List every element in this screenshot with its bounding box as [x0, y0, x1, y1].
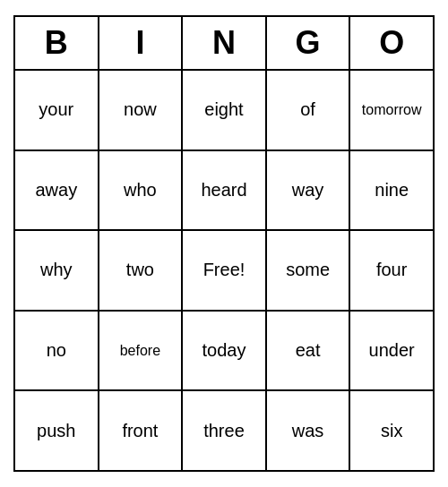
bingo-cell: under	[350, 312, 433, 390]
header-letter: I	[99, 17, 184, 69]
bingo-cell: was	[267, 391, 351, 470]
bingo-row: nobeforetodayeatunder	[15, 312, 433, 392]
bingo-cell: nine	[350, 151, 433, 230]
bingo-cell: away	[15, 151, 99, 230]
bingo-cell: way	[267, 151, 351, 230]
bingo-row: pushfrontthreewassix	[15, 391, 433, 470]
bingo-cell: no	[15, 312, 99, 390]
header-letter: G	[267, 17, 351, 69]
bingo-row: whytwoFree!somefour	[15, 231, 433, 312]
bingo-cell: of	[267, 71, 351, 150]
header-letter: B	[15, 17, 99, 69]
header-letter: O	[350, 17, 433, 69]
bingo-cell: four	[350, 231, 433, 310]
bingo-cell: why	[15, 231, 99, 310]
bingo-cell: your	[15, 71, 99, 150]
bingo-body: yournoweightoftomorrowawaywhoheardwaynin…	[15, 71, 433, 470]
bingo-cell: now	[99, 71, 184, 150]
bingo-cell: who	[99, 151, 184, 230]
bingo-cell: before	[99, 312, 184, 390]
bingo-cell: eight	[183, 71, 267, 150]
bingo-cell: eat	[267, 312, 351, 390]
bingo-header: BINGO	[15, 17, 433, 71]
bingo-cell: push	[15, 391, 99, 470]
bingo-cell: six	[350, 391, 433, 470]
bingo-card: BINGO yournoweightoftomorrowawaywhoheard…	[13, 15, 435, 472]
bingo-cell: Free!	[183, 231, 267, 310]
bingo-cell: three	[183, 391, 267, 470]
bingo-cell: tomorrow	[350, 71, 433, 150]
bingo-cell: some	[267, 231, 351, 310]
bingo-cell: front	[99, 391, 184, 470]
bingo-row: awaywhoheardwaynine	[15, 151, 433, 232]
bingo-cell: heard	[183, 151, 267, 230]
bingo-cell: two	[99, 231, 184, 310]
header-letter: N	[183, 17, 267, 69]
bingo-cell: today	[183, 312, 267, 390]
bingo-row: yournoweightoftomorrow	[15, 71, 433, 151]
